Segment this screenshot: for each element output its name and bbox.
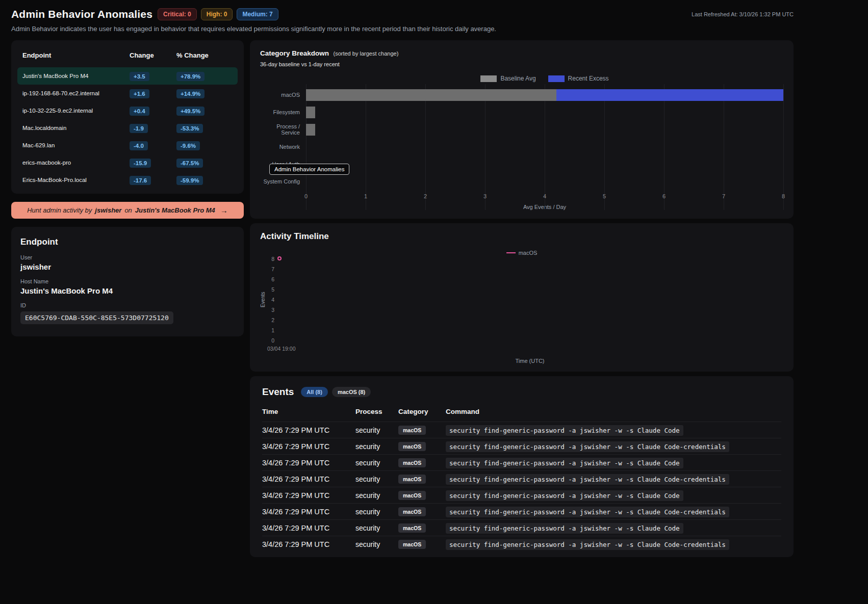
event-command-cell: security find-generic-password -a jswish… [446, 540, 781, 549]
excess-legend-label: Recent Excess [568, 75, 609, 82]
timeline-yticks: 876543210 [267, 259, 276, 340]
change-cell: -4.0 [130, 141, 176, 150]
main-grid: Endpoint Change % Change Justin's MacBoo… [11, 40, 794, 557]
change-cell: +0.4 [130, 106, 176, 116]
legend-item-baseline[interactable]: Baseline Avg [480, 75, 535, 82]
baseline-bar-segment[interactable] [306, 107, 315, 118]
change-cell: -17.6 [130, 175, 176, 185]
category-label: Process / Service [260, 123, 306, 136]
category-bar[interactable] [306, 141, 783, 153]
event-process: security [355, 491, 398, 500]
event-time: 3/4/26 7:29 PM UTC [262, 459, 355, 467]
data-point[interactable] [277, 256, 282, 260]
event-command-cell: security find-generic-password -a jswish… [446, 491, 781, 500]
macos-series-legend-swatch [506, 252, 516, 253]
category-bar[interactable] [306, 176, 783, 188]
col-command: Command [446, 408, 781, 415]
event-command-cell: security find-generic-password -a jswish… [446, 442, 781, 451]
critical-badge: Critical: 0 [158, 8, 197, 20]
events-table-header: Time Process Category Command [262, 406, 781, 422]
endpoint-name: Mac-629.lan [22, 142, 130, 148]
event-time: 3/4/26 7:29 PM UTC [262, 442, 355, 451]
timeline-legend-item[interactable]: macOS [260, 250, 783, 256]
col-endpoint: Endpoint [22, 51, 130, 59]
endpoint-name: Mac.localdomain [22, 125, 130, 131]
change-pill: -4.0 [130, 141, 148, 150]
event-category-cell: macOS [398, 458, 446, 467]
event-category-badge: macOS [398, 475, 426, 484]
endpoint-name: ip-192-168-68-70.ec2.internal [22, 90, 130, 96]
endpoint-table-row[interactable]: Mac.localdomain-1.9-53.3% [17, 119, 238, 137]
events-title: Events [262, 386, 294, 398]
hunt-admin-activity-button[interactable]: Hunt admin activity by jswisher on Justi… [11, 202, 244, 219]
chart-tooltip: Admin Behavior Anomalies [269, 164, 349, 175]
events-table-body: 3/4/26 7:29 PM UTCsecuritymacOSsecurity … [262, 422, 781, 552]
y-axis-tick: 7 [271, 266, 274, 272]
event-process: security [355, 524, 398, 532]
event-category-badge: macOS [398, 442, 426, 451]
legend-item-excess[interactable]: Recent Excess [548, 75, 609, 82]
severity-badges: Critical: 0High: 0Medium: 7 [158, 8, 278, 20]
event-command-cell: security find-generic-password -a jswish… [446, 507, 781, 516]
x-axis-tick: 2 [424, 193, 427, 199]
arrow-right-icon: → [220, 206, 228, 215]
y-axis-tick: 8 [271, 256, 274, 262]
category-bar[interactable] [306, 89, 783, 101]
event-time: 3/4/26 7:29 PM UTC [262, 508, 355, 516]
endpoint-table-row[interactable]: Erics-MacBook-Pro.local-17.6-59.9% [17, 171, 238, 189]
pct-change-cell: -67.5% [176, 158, 233, 168]
endpoint-table-row[interactable]: ip-192-168-68-70.ec2.internal+1.6+14.9% [17, 85, 238, 102]
endpoint-table-row[interactable]: erics-macbook-pro-15.9-67.5% [17, 154, 238, 171]
event-time: 3/4/26 7:29 PM UTC [262, 475, 355, 483]
category-chart-row: Network [260, 138, 783, 155]
event-command: security find-generic-password -a jswish… [446, 458, 683, 468]
timeline-xtick: 03/04 19:00 [267, 346, 295, 352]
event-command-cell: security find-generic-password -a jswish… [446, 458, 781, 467]
user-label: User [20, 254, 235, 260]
endpoint-table-row[interactable]: Justin's MacBook Pro M4+3.5+78.9% [17, 67, 238, 85]
endpoint-table-row[interactable]: Mac-629.lan-4.0-9.6% [17, 137, 238, 154]
col-category: Category [398, 408, 446, 415]
col-time: Time [262, 408, 355, 415]
change-pill: -15.9 [130, 159, 151, 168]
category-bar[interactable] [306, 159, 783, 170]
timeline-xlabel: Time (UTC) [260, 358, 783, 364]
user-value: jswisher [20, 262, 235, 271]
category-chart-row: macOS [260, 86, 783, 103]
event-category-badge: macOS [398, 507, 426, 516]
event-category-cell: macOS [398, 523, 446, 533]
event-category-cell: macOS [398, 539, 446, 549]
activity-timeline-title: Activity Timeline [260, 231, 783, 242]
pct-change-pill: +14.9% [176, 89, 205, 98]
endpoint-table-row[interactable]: ip-10-32-225-9.ec2.internal+0.4+49.5% [17, 102, 238, 119]
left-column: Endpoint Change % Change Justin's MacBoo… [11, 40, 244, 336]
event-command: security find-generic-password -a jswish… [446, 539, 729, 550]
category-breakdown-note: (sorted by largest change) [334, 50, 399, 57]
events-table-row: 3/4/26 7:29 PM UTCsecuritymacOSsecurity … [262, 519, 781, 536]
category-chart-row: System Config [260, 173, 783, 190]
change-cell: -1.9 [130, 123, 176, 133]
event-command: security find-generic-password -a jswish… [446, 474, 729, 485]
baseline-bar-segment[interactable] [306, 89, 556, 101]
pct-change-cell: +14.9% [176, 89, 233, 98]
events-tab-all[interactable]: All (8) [301, 387, 328, 397]
pct-change-cell: -53.3% [176, 123, 233, 133]
events-tab-macos[interactable]: macOS (8) [332, 387, 371, 397]
baseline-bar-segment[interactable] [306, 124, 315, 136]
y-axis-tick: 0 [271, 337, 274, 344]
timeline-xticks: 03/04 19:00 [267, 344, 783, 353]
endpoint-name: erics-macbook-pro [22, 160, 130, 166]
activity-timeline-panel: Activity Timeline macOS Events 876543210… [250, 223, 794, 372]
x-axis-tick: 4 [543, 193, 546, 199]
pct-change-cell: -59.9% [176, 175, 233, 185]
endpoint-name: Justin's MacBook Pro M4 [22, 73, 130, 79]
change-cell: +1.6 [130, 89, 176, 98]
pct-change-pill: -67.5% [176, 159, 203, 168]
excess-bar-segment[interactable] [556, 89, 783, 101]
hunt-host: Justin's MacBook Pro M4 [135, 206, 215, 214]
pct-change-cell: +78.9% [176, 71, 233, 81]
category-bar[interactable] [306, 107, 783, 118]
category-bar[interactable] [306, 124, 783, 136]
endpoint-details-title: Endpoint [20, 237, 235, 247]
event-category-badge: macOS [398, 540, 426, 549]
